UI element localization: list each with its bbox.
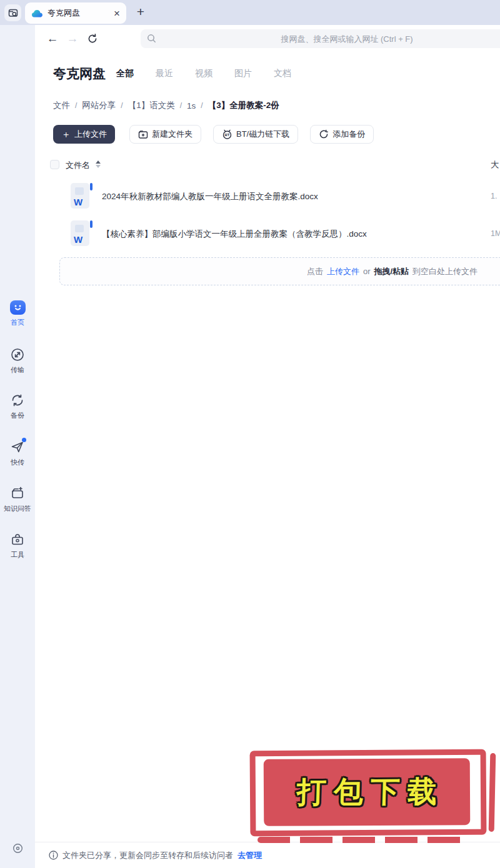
notification-dot [22, 438, 26, 442]
breadcrumb: 文件 / 网站分享 / 【1】语文类 / 1s / 【3】全册教案-2份 [53, 100, 279, 111]
new-tab-button[interactable]: + [132, 4, 149, 20]
breadcrumb-separator: / [121, 101, 122, 110]
breadcrumb-separator: / [201, 101, 202, 110]
package-download-stamp: 打包下载 [249, 748, 495, 843]
column-header-filename: 文件名 [66, 160, 90, 171]
tab-search-icon [8, 8, 18, 18]
search-input[interactable] [141, 29, 500, 48]
word-doc-icon: W [71, 220, 89, 246]
upload-file-button[interactable]: ＋ 上传文件 [53, 125, 115, 144]
sort-icon[interactable] [96, 160, 101, 168]
tab-close-icon[interactable]: × [114, 8, 120, 19]
info-icon [49, 851, 58, 860]
browser-tabstrip: 夸克网盘 × + [0, 0, 500, 25]
tab-images[interactable]: 图片 [234, 68, 252, 79]
upload-dropzone[interactable]: 点击 上传文件 or 拖拽/粘贴 到空白处上传文件 [59, 257, 500, 285]
breadcrumb-site-share[interactable]: 网站分享 [82, 100, 116, 111]
back-button[interactable]: ← [45, 31, 60, 46]
file-name: 2024年秋新教材部编人教版一年级上册语文全册教案.docx [102, 191, 318, 202]
backup-sync-icon [10, 393, 25, 408]
stamp-frame-right [489, 753, 496, 832]
quark-cloud-logo-icon [31, 9, 42, 18]
sidebar-label-transfer: 传输 [11, 365, 24, 375]
tab-videos[interactable]: 视频 [195, 68, 212, 79]
select-all-checkbox[interactable] [50, 160, 59, 169]
breadcrumb-files[interactable]: 文件 [53, 100, 70, 111]
sync-circle-icon [319, 129, 329, 139]
breadcrumb-separator: / [180, 101, 182, 110]
upload-file-label: 上传文件 [74, 129, 107, 140]
breadcrumb-1s[interactable]: 1s [187, 101, 196, 111]
sidebar-label-home: 首页 [11, 318, 24, 327]
search-icon [147, 34, 156, 43]
breadcrumb-chinese-category[interactable]: 【1】语文类 [128, 100, 175, 111]
dropzone-drag-label: 拖拽/粘贴 [374, 266, 409, 277]
sidebar-item-knowledge-qa[interactable]: 知识问答 [0, 486, 35, 513]
sidebar-item-fast-transfer[interactable]: 快传 [0, 440, 35, 467]
tab-title: 夸克网盘 [48, 7, 114, 19]
dropzone-suffix: 到空白处上传文件 [412, 266, 478, 277]
sidebar-item-backup[interactable]: 备份 [0, 393, 35, 420]
dropzone-upload-link[interactable]: 上传文件 [327, 266, 359, 277]
file-name: 【核心素养】部编版小学语文一年级上册全册教案（含教学反思）.docx [102, 229, 367, 240]
breadcrumb-current: 【3】全册教案-2份 [208, 100, 279, 111]
bt-magnet-icon: BT [222, 129, 232, 139]
dropzone-prefix: 点击 [307, 266, 323, 277]
main-content [35, 25, 500, 868]
settings-button[interactable] [12, 843, 23, 854]
word-doc-icon: W [71, 183, 89, 209]
tab-recent[interactable]: 最近 [156, 68, 173, 79]
stamp-seal: 打包下载 [264, 758, 471, 826]
browser-tab[interactable]: 夸克网盘 × [25, 2, 126, 24]
column-header-size: 大 [491, 159, 499, 170]
action-toolbar: ＋ 上传文件 新建文件夹 BT BT/磁力链下载 添加备份 [53, 125, 386, 144]
breadcrumb-separator: / [75, 101, 77, 110]
bt-magnet-download-button[interactable]: BT BT/磁力链下载 [213, 125, 298, 144]
transfer-icon [10, 347, 25, 362]
file-row[interactable]: W 2024年秋新教材部编人教版一年级上册语文全册教案.docx 1. [59, 177, 500, 214]
folder-plus-icon [138, 130, 148, 139]
bt-download-label: BT/磁力链下载 [236, 129, 289, 140]
sidebar-item-transfer[interactable]: 传输 [0, 347, 35, 375]
sidebar-item-tools[interactable]: 工具 [0, 532, 35, 560]
sidebar-label-backup: 备份 [11, 411, 24, 420]
home-smiley-icon [10, 300, 26, 315]
svg-text:BT: BT [225, 133, 230, 137]
dropzone-or: or [363, 267, 371, 276]
toolbox-icon [10, 532, 25, 547]
sidebar-label-fast-transfer: 快传 [11, 458, 24, 467]
new-folder-label: 新建文件夹 [152, 129, 192, 140]
paper-plane-icon [10, 440, 25, 455]
stamp-frame-bottom [258, 837, 465, 843]
knowledge-qa-icon [10, 486, 25, 501]
page-title: 夸克网盘 [53, 65, 106, 82]
add-backup-label: 添加备份 [332, 129, 365, 140]
file-row[interactable]: W 【核心素养】部编版小学语文一年级上册全册教案（含教学反思）.docx 1M [59, 215, 500, 251]
sidebar-item-home[interactable]: 首页 [0, 300, 35, 327]
tab-docs[interactable]: 文档 [274, 68, 291, 79]
share-status-bar: 文件夹已分享，更新会同步至转存和后续访问者 去管理 [35, 842, 500, 868]
sidebar-label-tools: 工具 [11, 550, 24, 560]
manage-share-link[interactable]: 去管理 [238, 850, 262, 861]
plus-icon: ＋ [61, 129, 71, 141]
forward-button[interactable]: → [65, 31, 80, 46]
refresh-button[interactable] [85, 31, 100, 46]
new-folder-button[interactable]: 新建文件夹 [129, 125, 201, 144]
tab-search-button[interactable] [4, 4, 21, 21]
address-search-bar [141, 29, 500, 48]
add-backup-button[interactable]: 添加备份 [310, 125, 374, 144]
file-size: 1M [491, 229, 500, 238]
sidebar-label-knowledge-qa: 知识问答 [4, 504, 31, 513]
file-size: 1. [491, 192, 497, 200]
view-tabs: 全部 最近 视频 图片 文档 [116, 68, 291, 79]
stamp-text: 打包下载 [289, 772, 445, 812]
tab-all[interactable]: 全部 [116, 68, 134, 79]
share-status-message: 文件夹已分享，更新会同步至转存和后续访问者 [62, 850, 233, 861]
